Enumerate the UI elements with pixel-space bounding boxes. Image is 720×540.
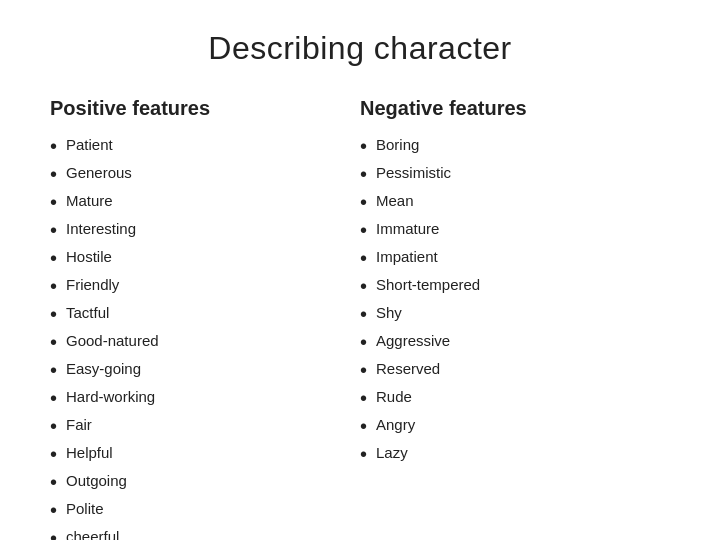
list-item: •Tactful — [50, 300, 360, 328]
list-item: •Rude — [360, 384, 670, 412]
page-title: Describing character — [50, 30, 670, 67]
item-text: Pessimistic — [376, 160, 670, 186]
negative-list: •Boring•Pessimistic•Mean•Immature•Impati… — [360, 132, 670, 468]
item-text: Polite — [66, 496, 360, 522]
bullet-icon: • — [360, 356, 376, 384]
item-text: Hard-working — [66, 384, 360, 410]
item-text: Tactful — [66, 300, 360, 326]
bullet-icon: • — [360, 160, 376, 188]
bullet-icon: • — [360, 328, 376, 356]
item-text: Hostile — [66, 244, 360, 270]
item-text: cheerful — [66, 524, 360, 540]
item-text: Easy-going — [66, 356, 360, 382]
list-item: •Interesting — [50, 216, 360, 244]
positive-list: •Patient•Generous•Mature•Interesting•Hos… — [50, 132, 360, 540]
item-text: Generous — [66, 160, 360, 186]
negative-column: Negative features •Boring•Pessimistic•Me… — [360, 97, 670, 540]
bullet-icon: • — [360, 440, 376, 468]
bullet-icon: • — [50, 496, 66, 524]
bullet-icon: • — [360, 412, 376, 440]
list-item: •Impatient — [360, 244, 670, 272]
item-text: Patient — [66, 132, 360, 158]
columns: Positive features •Patient•Generous•Matu… — [50, 97, 670, 540]
bullet-icon: • — [50, 272, 66, 300]
bullet-icon: • — [50, 412, 66, 440]
list-item: •Friendly — [50, 272, 360, 300]
positive-column: Positive features •Patient•Generous•Matu… — [50, 97, 360, 540]
bullet-icon: • — [50, 440, 66, 468]
list-item: •Hard-working — [50, 384, 360, 412]
bullet-icon: • — [360, 300, 376, 328]
item-text: Outgoing — [66, 468, 360, 494]
item-text: Shy — [376, 300, 670, 326]
bullet-icon: • — [360, 272, 376, 300]
list-item: •Fair — [50, 412, 360, 440]
item-text: Mature — [66, 188, 360, 214]
item-text: Friendly — [66, 272, 360, 298]
list-item: •Helpful — [50, 440, 360, 468]
item-text: Reserved — [376, 356, 670, 382]
list-item: •Immature — [360, 216, 670, 244]
bullet-icon: • — [50, 328, 66, 356]
bullet-icon: • — [50, 384, 66, 412]
list-item: •Mean — [360, 188, 670, 216]
list-item: •Short-tempered — [360, 272, 670, 300]
bullet-icon: • — [360, 188, 376, 216]
negative-header: Negative features — [360, 97, 670, 120]
list-item: •cheerful — [50, 524, 360, 540]
item-text: Good-natured — [66, 328, 360, 354]
list-item: •Pessimistic — [360, 160, 670, 188]
bullet-icon: • — [360, 216, 376, 244]
item-text: Rude — [376, 384, 670, 410]
bullet-icon: • — [50, 216, 66, 244]
list-item: •Lazy — [360, 440, 670, 468]
item-text: Impatient — [376, 244, 670, 270]
list-item: •Good-natured — [50, 328, 360, 356]
bullet-icon: • — [50, 188, 66, 216]
bullet-icon: • — [360, 244, 376, 272]
list-item: •Outgoing — [50, 468, 360, 496]
item-text: Immature — [376, 216, 670, 242]
item-text: Mean — [376, 188, 670, 214]
bullet-icon: • — [50, 160, 66, 188]
list-item: •Generous — [50, 160, 360, 188]
list-item: •Aggressive — [360, 328, 670, 356]
list-item: •Polite — [50, 496, 360, 524]
list-item: •Reserved — [360, 356, 670, 384]
bullet-icon: • — [50, 244, 66, 272]
item-text: Angry — [376, 412, 670, 438]
item-text: Fair — [66, 412, 360, 438]
item-text: Boring — [376, 132, 670, 158]
list-item: •Hostile — [50, 244, 360, 272]
bullet-icon: • — [360, 132, 376, 160]
item-text: Helpful — [66, 440, 360, 466]
list-item: •Easy-going — [50, 356, 360, 384]
bullet-icon: • — [360, 384, 376, 412]
bullet-icon: • — [50, 524, 66, 540]
list-item: •Shy — [360, 300, 670, 328]
bullet-icon: • — [50, 132, 66, 160]
list-item: •Mature — [50, 188, 360, 216]
positive-header: Positive features — [50, 97, 360, 120]
list-item: •Boring — [360, 132, 670, 160]
item-text: Aggressive — [376, 328, 670, 354]
item-text: Interesting — [66, 216, 360, 242]
bullet-icon: • — [50, 356, 66, 384]
bullet-icon: • — [50, 468, 66, 496]
item-text: Lazy — [376, 440, 670, 466]
item-text: Short-tempered — [376, 272, 670, 298]
list-item: •Angry — [360, 412, 670, 440]
bullet-icon: • — [50, 300, 66, 328]
list-item: •Patient — [50, 132, 360, 160]
page: Describing character Positive features •… — [0, 0, 720, 540]
